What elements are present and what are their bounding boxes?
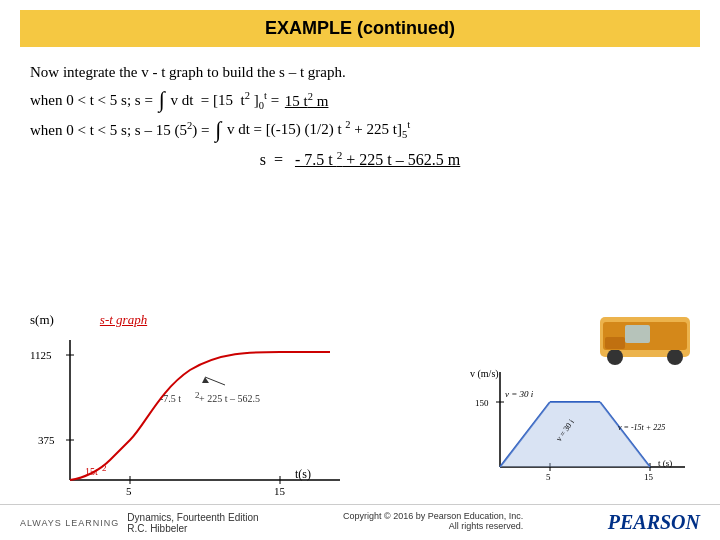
line1-text: Now integrate the v - t graph to build t… bbox=[30, 64, 346, 80]
svg-text:t (s): t (s) bbox=[658, 458, 672, 468]
always-learning-text: ALWAYS LEARNING bbox=[20, 518, 119, 528]
line4: s = - 7.5 t 2 + 225 t – 562.5 m bbox=[30, 147, 690, 172]
line1: Now integrate the v - t graph to build t… bbox=[30, 61, 690, 84]
svg-text:v = 30 i: v = 30 i bbox=[505, 389, 534, 399]
copyright-text: Copyright © 2016 by Pearson Education, I… bbox=[343, 511, 523, 521]
svg-text:2: 2 bbox=[102, 463, 107, 473]
graph-section: s(m) s-t graph 1125 375 5 bbox=[0, 312, 720, 504]
line3-integral: ∫ bbox=[215, 119, 221, 141]
svg-text:t(s): t(s) bbox=[295, 467, 311, 481]
st-graph-label: s-t graph bbox=[100, 312, 147, 328]
footer-left: ALWAYS LEARNING Dynamics, Fourteenth Edi… bbox=[20, 511, 259, 534]
ylabel: s(m) bbox=[30, 312, 54, 328]
page-title: EXAMPLE (continued) bbox=[265, 18, 455, 38]
svg-text:5: 5 bbox=[126, 485, 132, 497]
book-line2: R.C. Hibbeler bbox=[127, 523, 258, 534]
svg-text:375: 375 bbox=[38, 434, 55, 446]
svg-text:v (m/s): v (m/s) bbox=[470, 368, 499, 380]
svg-text:v = -15t + 225: v = -15t + 225 bbox=[618, 423, 665, 432]
svg-text:15: 15 bbox=[644, 472, 654, 482]
svg-line-16 bbox=[205, 377, 225, 385]
svg-text:+ 225 t – 562.5: + 225 t – 562.5 bbox=[199, 393, 260, 404]
right-graph-area: v (m/s) 150 5 15 t (s) v = 30 i bbox=[460, 312, 700, 504]
svg-text:15t: 15t bbox=[85, 466, 98, 477]
svg-text:5: 5 bbox=[546, 472, 551, 482]
page-wrapper: EXAMPLE (continued) Now integrate the v … bbox=[0, 0, 720, 540]
line2-result: 15 t2 m bbox=[285, 89, 329, 113]
line3-pre: when 0 < t < 5 s; s – 15 (52) = bbox=[30, 118, 213, 142]
svg-marker-38 bbox=[500, 402, 550, 467]
line4-text: s = bbox=[260, 151, 291, 168]
main-content: Now integrate the v - t graph to build t… bbox=[0, 47, 720, 306]
line4-result: - 7.5 t 2 + 225 t – 562.5 m bbox=[295, 151, 460, 168]
line3-post: v dt = [(-15) (1/2) t 2 + 225 t]5t bbox=[223, 117, 410, 143]
line2-pre: when 0 < t < 5 s; s = bbox=[30, 89, 157, 112]
line3: when 0 < t < 5 s; s – 15 (52) = ∫ v dt =… bbox=[30, 117, 690, 143]
svg-rect-22 bbox=[625, 325, 650, 343]
footer: ALWAYS LEARNING Dynamics, Fourteenth Edi… bbox=[0, 504, 720, 540]
header-banner: EXAMPLE (continued) bbox=[20, 10, 700, 47]
line2-vdt: v dt = [15 t2 ]0t = bbox=[167, 88, 283, 114]
book-line1: Dynamics, Fourteenth Edition bbox=[127, 512, 258, 523]
line2-integral: ∫ bbox=[159, 89, 165, 111]
footer-right: Copyright © 2016 by Pearson Education, I… bbox=[343, 511, 523, 534]
svg-text:15: 15 bbox=[274, 485, 286, 497]
left-graph: s(m) s-t graph 1125 375 5 bbox=[30, 312, 460, 504]
footer-book-info: Dynamics, Fourteenth Edition R.C. Hibbel… bbox=[127, 512, 258, 534]
svg-marker-40 bbox=[600, 402, 650, 467]
st-graph-svg: 1125 375 5 15 t(s) -7.5 t 2 + 225 t – 5 bbox=[30, 330, 350, 500]
svg-text:150: 150 bbox=[475, 398, 489, 408]
svg-text:-7.5 t: -7.5 t bbox=[160, 393, 181, 404]
svg-point-20 bbox=[667, 349, 683, 365]
svg-text:1125: 1125 bbox=[30, 349, 52, 361]
svg-rect-23 bbox=[605, 337, 625, 349]
svg-point-19 bbox=[607, 349, 623, 365]
rights-text: All rights reserved. bbox=[343, 521, 523, 531]
vt-graph-svg: v (m/s) 150 5 15 t (s) v = 30 i bbox=[470, 312, 700, 482]
line2: when 0 < t < 5 s; s = ∫ v dt = [15 t2 ]0… bbox=[30, 88, 690, 114]
pearson-logo: PEARSON bbox=[608, 511, 700, 534]
